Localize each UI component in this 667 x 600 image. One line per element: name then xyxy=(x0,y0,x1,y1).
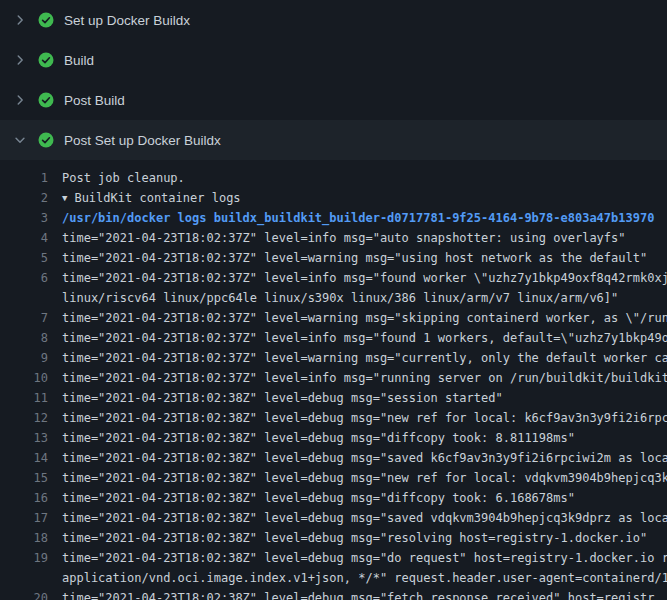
log-line-text: time="2021-04-23T18:02:38Z" level=debug … xyxy=(62,548,667,568)
log-line-text: time="2021-04-23T18:02:38Z" level=debug … xyxy=(62,408,667,428)
log-line-number[interactable]: 18 xyxy=(0,528,48,548)
log-line: 11 ▼ time="2021-04-23T18:02:38Z" level=d… xyxy=(0,388,667,408)
step-title: Post Build xyxy=(64,93,125,108)
log-line-text: time="2021-04-23T18:02:37Z" level=info m… xyxy=(62,228,626,248)
log-line-number[interactable]: 3 xyxy=(0,208,48,228)
check-circle-icon xyxy=(38,12,54,28)
log-line-number[interactable]: 10 xyxy=(0,368,48,388)
log-line: 15 ▼ time="2021-04-23T18:02:38Z" level=d… xyxy=(0,468,667,488)
log-line: 4 ▼ time="2021-04-23T18:02:37Z" level=in… xyxy=(0,228,667,248)
log-line: ▼ application/vnd.oci.image.index.v1+jso… xyxy=(0,568,667,588)
chevron-icon[interactable] xyxy=(12,92,28,108)
log-line: 16 ▼ time="2021-04-23T18:02:38Z" level=d… xyxy=(0,488,667,508)
log-line-number[interactable]: 8 xyxy=(0,328,48,348)
log-line-number[interactable]: 17 xyxy=(0,508,48,528)
log-line: 6 ▼ time="2021-04-23T18:02:37Z" level=in… xyxy=(0,268,667,288)
log-line-text: time="2021-04-23T18:02:37Z" level=warnin… xyxy=(62,348,667,368)
log-line-number[interactable]: 16 xyxy=(0,488,48,508)
log-group-caret-icon[interactable]: ▼ xyxy=(62,188,67,208)
log-line: 19 ▼ time="2021-04-23T18:02:38Z" level=d… xyxy=(0,548,667,568)
chevron-icon[interactable] xyxy=(12,132,28,148)
log-line: 7 ▼ time="2021-04-23T18:02:37Z" level=wa… xyxy=(0,308,667,328)
log-line: 1 ▼ Post job cleanup. xyxy=(0,168,667,188)
log-line: 10 ▼ time="2021-04-23T18:02:37Z" level=i… xyxy=(0,368,667,388)
log-line-number[interactable]: 2 xyxy=(0,188,48,208)
log-line: 2 ▼ BuildKit container logs xyxy=(0,188,667,208)
steps-list: Set up Docker Buildx Build P xyxy=(0,0,667,160)
log-line-number[interactable]: 15 xyxy=(0,468,48,488)
log-line: 13 ▼ time="2021-04-23T18:02:38Z" level=d… xyxy=(0,428,667,448)
log-line: 14 ▼ time="2021-04-23T18:02:38Z" level=d… xyxy=(0,448,667,468)
log-line: 8 ▼ time="2021-04-23T18:02:37Z" level=in… xyxy=(0,328,667,348)
log-line: 17 ▼ time="2021-04-23T18:02:38Z" level=d… xyxy=(0,508,667,528)
log-line-number[interactable]: 13 xyxy=(0,428,48,448)
log-line-text: time="2021-04-23T18:02:38Z" level=debug … xyxy=(62,488,575,508)
log-line-text: time="2021-04-23T18:02:37Z" level=info m… xyxy=(62,368,667,388)
log-line: 12 ▼ time="2021-04-23T18:02:38Z" level=d… xyxy=(0,408,667,428)
log-line-number[interactable]: 4 xyxy=(0,228,48,248)
log-line-text: time="2021-04-23T18:02:38Z" level=debug … xyxy=(62,508,667,528)
log-line-number[interactable]: 6 xyxy=(0,268,48,288)
step-title: Set up Docker Buildx xyxy=(64,13,190,28)
step-title: Post Set up Docker Buildx xyxy=(64,133,221,148)
log-line-text: application/vnd.oci.image.index.v1+json,… xyxy=(62,568,667,588)
log-line-text: time="2021-04-23T18:02:37Z" level=warnin… xyxy=(62,308,667,328)
log-line-text: time="2021-04-23T18:02:38Z" level=debug … xyxy=(62,428,575,448)
check-circle-icon xyxy=(38,52,54,68)
log-line-number[interactable]: 19 xyxy=(0,548,48,568)
check-circle-icon xyxy=(38,132,54,148)
chevron-icon[interactable] xyxy=(12,12,28,28)
log-line-number[interactable]: 20 xyxy=(0,588,48,600)
log-line-number[interactable]: 9 xyxy=(0,348,48,368)
log-line-number[interactable] xyxy=(0,288,48,308)
log-line-text: /usr/bin/docker logs buildx_buildkit_bui… xyxy=(62,208,654,228)
check-circle-icon xyxy=(38,92,54,108)
log-viewer: 1 ▼ Post job cleanup. 2 ▼ BuildKit conta… xyxy=(0,160,667,600)
step-header[interactable]: Set up Docker Buildx xyxy=(0,0,667,40)
log-line-text: time="2021-04-23T18:02:38Z" level=debug … xyxy=(62,448,667,468)
log-line-text: time="2021-04-23T18:02:38Z" level=debug … xyxy=(62,588,654,600)
log-line-text: Post job cleanup. xyxy=(62,168,185,188)
log-line-number[interactable]: 11 xyxy=(0,388,48,408)
chevron-icon[interactable] xyxy=(12,52,28,68)
log-line-text: BuildKit container logs xyxy=(74,188,240,208)
log-line: 3 ▼ /usr/bin/docker logs buildx_buildkit… xyxy=(0,208,667,228)
step-title: Build xyxy=(64,53,94,68)
log-line: 5 ▼ time="2021-04-23T18:02:37Z" level=wa… xyxy=(0,248,667,268)
log-line-text: time="2021-04-23T18:02:37Z" level=warnin… xyxy=(62,248,647,268)
step-header[interactable]: Build xyxy=(0,40,667,80)
log-line: 9 ▼ time="2021-04-23T18:02:37Z" level=wa… xyxy=(0,348,667,368)
log-line-text: time="2021-04-23T18:02:38Z" level=debug … xyxy=(62,468,667,488)
log-line-text: linux/riscv64 linux/ppc64le linux/s390x … xyxy=(62,288,618,308)
log-line-number[interactable]: 5 xyxy=(0,248,48,268)
log-line-number[interactable] xyxy=(0,568,48,588)
log-line-number[interactable]: 12 xyxy=(0,408,48,428)
log-line: 20 ▼ time="2021-04-23T18:02:38Z" level=d… xyxy=(0,588,667,600)
log-line-text: time="2021-04-23T18:02:37Z" level=info m… xyxy=(62,268,667,288)
log-line-text: time="2021-04-23T18:02:38Z" level=debug … xyxy=(62,388,503,408)
log-line: ▼ linux/riscv64 linux/ppc64le linux/s390… xyxy=(0,288,667,308)
log-line: 18 ▼ time="2021-04-23T18:02:38Z" level=d… xyxy=(0,528,667,548)
log-line-text: time="2021-04-23T18:02:38Z" level=debug … xyxy=(62,528,647,548)
log-line-number[interactable]: 7 xyxy=(0,308,48,328)
log-line-text: time="2021-04-23T18:02:37Z" level=info m… xyxy=(62,328,667,348)
log-line-number[interactable]: 1 xyxy=(0,168,48,188)
log-line-number[interactable]: 14 xyxy=(0,448,48,468)
step-header[interactable]: Post Build xyxy=(0,80,667,120)
step-header[interactable]: Post Set up Docker Buildx xyxy=(0,120,667,160)
